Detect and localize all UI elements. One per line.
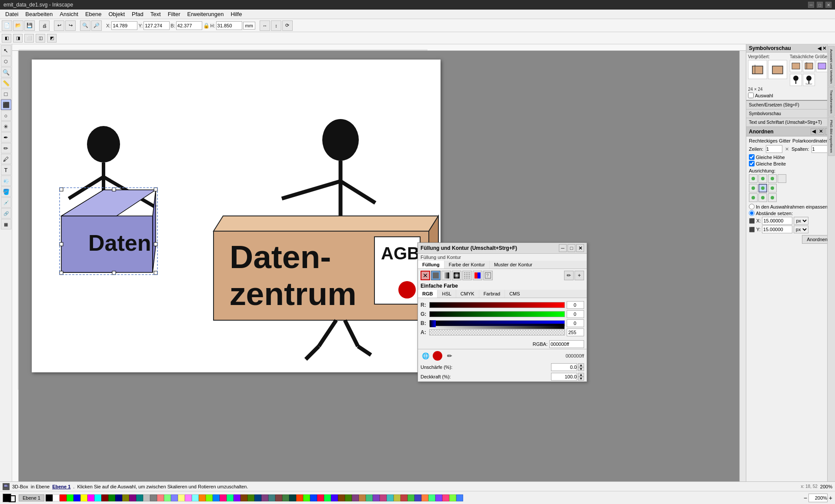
align-tr[interactable] (768, 174, 777, 183)
zoom-plus-btn[interactable]: + (829, 494, 832, 501)
symbol-panel-left-btn[interactable]: ◀ (818, 46, 821, 51)
fill-icon-pen[interactable]: ✏ (445, 351, 454, 361)
swatch-2[interactable] (60, 494, 67, 501)
align-bl[interactable] (749, 193, 758, 202)
canvas[interactable]: Daten (19, 51, 739, 484)
swatch-53[interactable] (414, 494, 421, 501)
h-input[interactable] (216, 21, 242, 30)
swatch-52[interactable] (407, 494, 414, 501)
anordnen-menu-btn[interactable]: ◀ (811, 128, 817, 135)
redo-button[interactable]: ↪ (65, 20, 76, 31)
symbol-item-1[interactable] (748, 60, 767, 79)
deckkraft-down[interactable]: ▼ (578, 377, 584, 381)
tool-select[interactable]: ↖ (1, 45, 11, 56)
undo-button[interactable]: ↩ (54, 20, 64, 31)
3d-btn4[interactable]: ◫ (36, 34, 45, 43)
tool-pencil[interactable]: ✏ (1, 143, 11, 153)
tool-bezier[interactable]: ✒ (1, 132, 11, 143)
flip-v-button[interactable]: ↕ (271, 20, 281, 31)
transform-button[interactable]: ⟳ (282, 20, 293, 31)
menu-ansicht[interactable]: Ansicht (56, 10, 82, 18)
minimize-button[interactable]: ─ (808, 2, 814, 8)
align-ml[interactable] (749, 184, 758, 192)
rgba-input[interactable] (549, 340, 584, 348)
color-tab-cms[interactable]: CMS (505, 290, 524, 298)
fill-pattern-btn[interactable] (462, 271, 472, 280)
gleiche-breite-check[interactable] (749, 161, 755, 166)
swatch-51[interactable] (401, 494, 407, 501)
swatch-44[interactable] (352, 494, 359, 501)
zoom-in-button[interactable]: 🔍 (80, 20, 90, 31)
swatch-26[interactable] (227, 494, 234, 501)
swatch-50[interactable] (394, 494, 401, 501)
swatch-31[interactable] (261, 494, 268, 501)
align-tl[interactable] (749, 174, 758, 183)
align-mr[interactable] (768, 184, 777, 192)
in-auswahlrahmen-radio[interactable] (749, 204, 755, 209)
swatch-34[interactable] (282, 494, 289, 501)
tool-rect[interactable]: □ (1, 89, 11, 99)
swatch-43[interactable] (345, 494, 352, 501)
swatch-27[interactable] (234, 494, 240, 501)
swatch-4[interactable] (73, 494, 80, 501)
swatch-28[interactable] (240, 494, 247, 501)
fill-unknown-btn[interactable]: ? (483, 271, 493, 280)
zeilen-input[interactable] (766, 145, 782, 153)
save-button[interactable]: 💾 (24, 20, 35, 31)
swatch-37[interactable] (303, 494, 310, 501)
menu-text[interactable]: Text (147, 10, 164, 18)
deckkraft-up[interactable]: ▲ (578, 373, 584, 377)
tool-text[interactable]: T (1, 165, 11, 175)
spalten-input[interactable] (812, 145, 828, 153)
tool-star[interactable]: ✳ (1, 121, 11, 132)
align-bc[interactable] (758, 193, 767, 202)
swatch-19[interactable] (178, 494, 185, 501)
gleiche-hoehe-check[interactable] (749, 154, 755, 160)
fill-icon-earth[interactable]: 🌐 (421, 351, 430, 361)
tool-circle[interactable]: ○ (1, 110, 11, 121)
swatch-12[interactable] (129, 494, 136, 501)
swatch-14[interactable] (143, 494, 150, 501)
swatch-21[interactable] (192, 494, 199, 501)
swatch-30[interactable] (254, 494, 261, 501)
swatch-32[interactable] (268, 494, 275, 501)
align-extra[interactable] (778, 174, 786, 183)
symbol-small-5[interactable]: Saver (803, 74, 815, 86)
zoom-minus-btn[interactable]: − (804, 494, 807, 501)
menu-filter[interactable]: Filter (164, 10, 184, 18)
tab-muster-kontur[interactable]: Muster der Kontur (490, 261, 537, 269)
menu-datei[interactable]: Datei (2, 10, 22, 18)
tool-gradient[interactable]: ▦ (1, 219, 11, 229)
symbol-small-3[interactable] (816, 60, 828, 72)
swatch-13[interactable] (136, 494, 143, 501)
fill-swatch-btn[interactable] (473, 271, 482, 280)
swatch-33[interactable] (275, 494, 282, 501)
swatch-16[interactable] (157, 494, 164, 501)
color-tab-cmyk[interactable]: CMYK (456, 290, 479, 298)
suchen-panel-header[interactable]: Suchen/Ersetzen (Strg+F) ▶ (746, 101, 835, 109)
unscharfe-input[interactable] (551, 363, 577, 371)
anordnen-x-input[interactable] (762, 217, 792, 225)
layer-indicator[interactable]: Ebene 1 (19, 494, 44, 501)
color-tab-farbrad[interactable]: Farbrad (479, 290, 505, 298)
fill-none-btn[interactable]: ✕ (421, 271, 430, 280)
swatch-38[interactable] (310, 494, 317, 501)
g-input[interactable] (567, 310, 584, 318)
status-layer[interactable]: Ebene 1 (52, 484, 70, 489)
tool-node[interactable]: ⬡ (1, 56, 11, 66)
anordnen-close-btn[interactable]: ✕ (818, 128, 824, 135)
align-mc[interactable] (758, 184, 767, 192)
swatch-54[interactable] (421, 494, 428, 501)
swatch-55[interactable] (428, 494, 435, 501)
swatch-3[interactable] (67, 494, 73, 501)
swatch-18[interactable] (171, 494, 178, 501)
swatch-24[interactable] (213, 494, 220, 501)
tool-3dbox[interactable]: ⬛ (1, 99, 11, 110)
align-tc[interactable] (758, 174, 767, 183)
b-input[interactable] (176, 21, 202, 30)
swatch-25[interactable] (220, 494, 227, 501)
3d-btn5[interactable]: ◩ (47, 34, 57, 43)
symbol-panel-close-btn[interactable]: ✕ (822, 46, 826, 51)
y-input[interactable] (144, 21, 170, 30)
menu-hilfe[interactable]: Hilfe (227, 10, 245, 18)
